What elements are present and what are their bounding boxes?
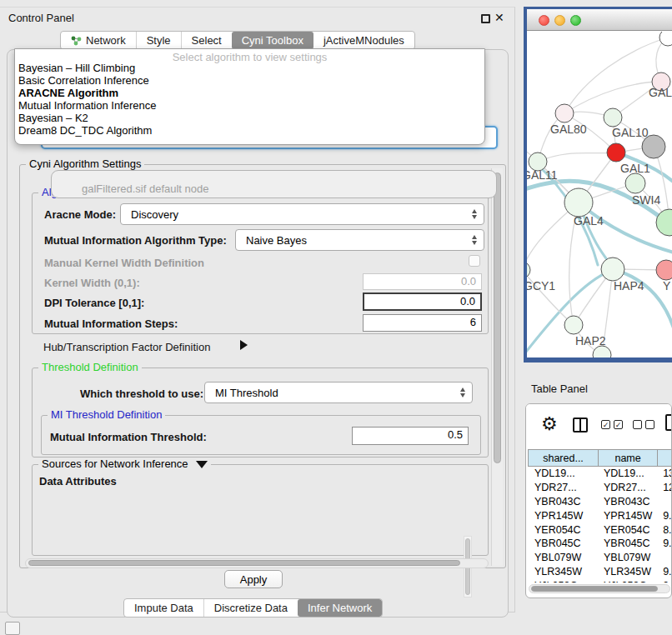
tab-label: Network: [86, 34, 126, 47]
settings-horizontal-scrollbar-thumb[interactable]: [28, 560, 460, 566]
network-node[interactable]: [656, 209, 672, 236]
table-cell: YDL19...: [599, 468, 658, 479]
zoom-traffic-light-icon[interactable]: [570, 15, 581, 26]
tab-jactivemnodules[interactable]: jActiveMNodules: [313, 32, 414, 49]
control-panel-window: Control Panel ✕ NetworkStyleSelectCyni T…: [0, 7, 515, 612]
network-node-hap4[interactable]: [601, 258, 624, 281]
network-node-gal4[interactable]: [564, 188, 593, 217]
tab-cyni-toolbox[interactable]: Cyni Toolbox: [232, 32, 313, 49]
close-icon[interactable]: ✕: [494, 11, 504, 24]
table-row[interactable]: YPR145WYPR145W9.: [528, 508, 672, 522]
network-node-gcy1[interactable]: [527, 262, 530, 278]
network-node-swi4[interactable]: [625, 173, 645, 193]
aracne-mode-select[interactable]: Discovery: [120, 203, 484, 225]
table-data-combobox[interactable]: galFiltered.sif default node: [51, 170, 497, 198]
manual-kernel-width-checkbox[interactable]: [469, 255, 480, 267]
table-horizontal-scrollbar[interactable]: [529, 584, 670, 593]
table-cell: 12: [658, 482, 672, 493]
tab-network[interactable]: Network: [61, 32, 136, 49]
checked-checkbox-icon[interactable]: ✓: [601, 420, 610, 429]
table-row[interactable]: YDL19...YDL19...13: [528, 467, 672, 481]
table-cell: YPR145W: [528, 510, 599, 522]
table-data-value: galFiltered.sif default node: [82, 182, 208, 195]
which-threshold-select[interactable]: MI Threshold: [204, 382, 473, 403]
network-graph: GALGAL80GAL10GAL1GAL11SWI4GAL4GCY1HAP4YH…: [527, 32, 672, 358]
tab-label: Style: [147, 34, 171, 47]
unchecked-checkbox-icon[interactable]: [633, 420, 642, 429]
close-traffic-light-icon[interactable]: [539, 15, 549, 26]
table-row[interactable]: YDR27...YDR27...12: [528, 481, 672, 495]
table-column-header[interactable]: shared...: [528, 449, 599, 467]
checked-checkbox-icon[interactable]: ✓: [614, 420, 623, 429]
table-column-header[interactable]: name: [599, 449, 658, 467]
network-node-gal10[interactable]: [604, 108, 622, 127]
table-row[interactable]: YBL079WYBL079W: [528, 551, 672, 565]
network-node-y[interactable]: [656, 260, 672, 280]
mi-threshold-field[interactable]: 0.5: [352, 427, 469, 445]
table-cell: YER054C: [528, 524, 599, 536]
table-row[interactable]: YER054CYER054C8.: [528, 522, 672, 537]
network-edge[interactable]: [527, 270, 574, 325]
network-node[interactable]: [593, 346, 611, 358]
network-node-gal1[interactable]: [607, 143, 625, 162]
menu-item[interactable]: ARACNE Algorithm: [15, 87, 484, 99]
expand-right-triangle-icon[interactable]: [240, 340, 248, 350]
settings-vertical-scrollbar-thumb[interactable]: [494, 172, 501, 463]
table-column-header[interactable]: [658, 449, 672, 467]
manual-kernel-width-label: Manual Kernel Width Definition: [44, 257, 204, 269]
table-row[interactable]: YBR045CYBR045C9.: [528, 537, 672, 551]
settings-vertical-scrollbar[interactable]: [491, 168, 503, 566]
minimize-traffic-light-icon[interactable]: [554, 15, 565, 26]
table-body[interactable]: YDL19...YDL19...13YDR27...YDR27...12YBR0…: [528, 467, 672, 582]
network-canvas[interactable]: GALGAL80GAL10GAL1GAL11SWI4GAL4GCY1HAP4YH…: [527, 32, 672, 358]
dpi-tolerance-field[interactable]: 0.0: [363, 292, 482, 311]
network-edge[interactable]: [564, 38, 668, 113]
network-node-hap2[interactable]: [564, 316, 583, 334]
network-window-titlebar[interactable]: [527, 9, 672, 31]
sources-legend[interactable]: Sources for Network Inference: [38, 458, 211, 470]
table-row[interactable]: YJL053CYJL053C9: [528, 578, 672, 582]
menu-item[interactable]: Mutual Information Inference: [15, 99, 484, 112]
menu-item[interactable]: Bayesian – Hill Climbing: [15, 62, 484, 74]
algorithm-definition-group: Algorithm Definition Aracne Mode: Discov…: [32, 192, 489, 334]
apply-button[interactable]: Apply: [224, 570, 283, 588]
settings-horizontal-scrollbar[interactable]: [25, 558, 489, 568]
menu-item[interactable]: Basic Correlation Inference: [15, 74, 484, 87]
tab-discretize-data[interactable]: Discretize Data: [203, 599, 298, 617]
mi-threshold-group: MI Threshold Definition Mutual Informati…: [41, 415, 481, 455]
table-header-row[interactable]: shared...name: [528, 449, 672, 467]
page-icon[interactable]: [665, 414, 672, 431]
kernel-width-field[interactable]: 0.0: [363, 273, 482, 290]
float-window-icon[interactable]: [481, 14, 490, 23]
tab-style[interactable]: Style: [136, 32, 181, 49]
node-table: shared...name YDL19...YDL19...13YDR27...…: [528, 449, 672, 582]
dpi-tolerance-label: DPI Tolerance [0,1]:: [44, 297, 144, 309]
application-root: Control Panel ✕ NetworkStyleSelectCyni T…: [0, 0, 672, 635]
table-cell: YBR043C: [599, 496, 658, 508]
threshold-definition-group: Threshold Definition Which threshold to …: [32, 368, 489, 458]
mi-algorithm-type-select[interactable]: Naive Bayes: [235, 229, 484, 251]
tab-select[interactable]: Select: [181, 32, 232, 49]
table-cell: YDL19...: [528, 468, 599, 479]
algorithm-menu-placeholder: Select algorithm to view settings: [15, 49, 484, 62]
table-row[interactable]: YBR043CYBR043C: [528, 495, 672, 509]
mi-steps-field[interactable]: 6: [363, 314, 482, 332]
menu-item[interactable]: Bayesian – K2: [15, 112, 484, 124]
table-horizontal-scrollbar-thumb[interactable]: [531, 586, 658, 592]
network-node-label: HAP4: [614, 279, 644, 292]
menu-item[interactable]: Dream8 DC_TDC Algorithm: [15, 124, 484, 137]
columns-icon[interactable]: [573, 418, 588, 432]
network-edge[interactable]: [538, 152, 616, 162]
settings-group-legend: Cyni Algorithm Settings: [26, 158, 144, 170]
tab-infer-network[interactable]: Infer Network: [298, 599, 382, 617]
tab-impute-data[interactable]: Impute Data: [124, 599, 203, 617]
table-row[interactable]: YLR345WYLR345W9.: [528, 565, 672, 579]
gear-icon[interactable]: ⚙: [541, 415, 558, 433]
hub-definition-label[interactable]: Hub/Transcription Factor Definition: [43, 341, 210, 353]
network-node[interactable]: [642, 135, 665, 158]
collapsed-panel-icon[interactable]: [5, 622, 20, 635]
unchecked-checkbox-icon[interactable]: [645, 420, 654, 429]
collapse-down-triangle-icon[interactable]: [196, 461, 208, 468]
network-node-gal80[interactable]: [555, 104, 574, 122]
network-node-label: GAL4: [574, 214, 604, 228]
